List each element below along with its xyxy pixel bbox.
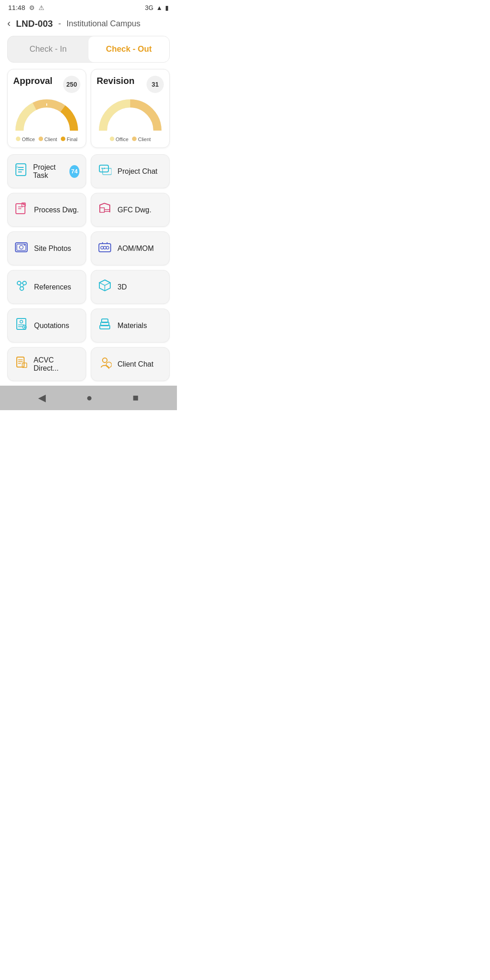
- approval-count: 250: [63, 76, 80, 93]
- svg-point-8: [102, 168, 103, 169]
- revision-card: Revision 31 Office Client: [91, 69, 170, 148]
- svg-point-25: [106, 246, 109, 249]
- process-dwg-icon: [14, 201, 29, 218]
- revision-count: 31: [147, 76, 164, 93]
- gfc-dwg-label: GFC Dwg.: [118, 206, 152, 214]
- materials-button[interactable]: Materials: [91, 309, 170, 343]
- svg-point-54: [103, 358, 107, 363]
- nav-recent-icon[interactable]: ■: [132, 392, 138, 404]
- materials-icon: [98, 317, 112, 334]
- project-chat-icon: [98, 163, 112, 180]
- svg-rect-15: [100, 208, 104, 212]
- check-in-button[interactable]: Check - In: [8, 36, 88, 62]
- 3d-label: 3D: [118, 283, 127, 291]
- references-button[interactable]: References: [7, 270, 86, 304]
- project-task-badge: 74: [69, 165, 79, 178]
- revision-legend-office: Office: [116, 137, 129, 142]
- nav-home-icon[interactable]: ●: [86, 392, 92, 404]
- svg-rect-5: [15, 166, 18, 168]
- project-name-separator: -: [58, 19, 61, 29]
- svg-point-55: [106, 362, 112, 368]
- stats-row: Approval 250 Office Client Final: [7, 69, 170, 148]
- status-time: 11:48: [8, 4, 25, 11]
- gear-icon: ⚙: [29, 4, 35, 11]
- acvc-direct-label: ACVC Direct...: [34, 356, 79, 372]
- client-chat-icon: [98, 356, 112, 372]
- aom-mom-button[interactable]: AOM/MOM: [91, 231, 170, 265]
- approval-legend-client: Client: [44, 137, 57, 142]
- project-task-button[interactable]: Project Task 74: [7, 154, 86, 188]
- site-photos-button[interactable]: Site Photos: [7, 231, 86, 265]
- status-bar: 11:48 ⚙ ⚠ 3G ▲ ▮: [0, 0, 177, 13]
- svg-line-37: [105, 283, 110, 285]
- approval-legend-office: Office: [22, 137, 35, 142]
- approval-card: Approval 250 Office Client Final: [7, 69, 86, 148]
- revision-title: Revision: [97, 76, 134, 86]
- svg-marker-35: [99, 280, 110, 285]
- grid-buttons: Project Task 74 Project Chat Process Dw: [7, 154, 170, 381]
- client-chat-label: Client Chat: [118, 360, 153, 368]
- header: ‹ LND-003 - Institutional Campus: [0, 13, 177, 36]
- quotations-button[interactable]: Quotations: [7, 309, 86, 343]
- approval-legend-final: Final: [67, 137, 78, 142]
- approval-title: Approval: [13, 76, 53, 86]
- quotations-label: Quotations: [34, 322, 69, 330]
- client-chat-button[interactable]: Client Chat: [91, 347, 170, 381]
- approval-gauge: [13, 97, 80, 133]
- back-button[interactable]: ‹: [7, 18, 10, 29]
- process-dwg-label: Process Dwg.: [34, 206, 79, 214]
- materials-label: Materials: [118, 322, 147, 330]
- aom-mom-label: AOM/MOM: [118, 245, 154, 253]
- alert-icon: ⚠: [39, 4, 44, 11]
- revision-gauge: [97, 97, 164, 133]
- svg-line-38: [99, 283, 105, 285]
- acvc-icon: [14, 356, 28, 372]
- process-dwg-button[interactable]: Process Dwg.: [7, 193, 86, 227]
- svg-point-30: [20, 287, 24, 290]
- svg-point-21: [24, 245, 25, 246]
- references-label: References: [34, 283, 71, 291]
- checkin-row: Check - In Check - Out: [7, 36, 170, 63]
- revision-legend: Office Client: [97, 137, 164, 142]
- quotations-icon: [14, 317, 29, 334]
- site-photos-icon: [14, 240, 29, 257]
- references-icon: [14, 279, 29, 295]
- aom-mom-icon: [98, 240, 112, 257]
- battery-icon: ▮: [165, 4, 169, 11]
- svg-point-20: [20, 245, 23, 249]
- project-name: Institutional Campus: [66, 19, 140, 29]
- svg-point-29: [23, 281, 26, 285]
- 3d-button[interactable]: 3D: [91, 270, 170, 304]
- nav-back-icon[interactable]: ◀: [38, 392, 46, 404]
- bottom-nav: ◀ ● ■: [0, 386, 177, 410]
- signal-icon: ▲: [156, 4, 162, 11]
- approval-legend: Office Client Final: [13, 137, 80, 142]
- svg-point-23: [101, 246, 103, 249]
- acvc-direct-button[interactable]: ACVC Direct...: [7, 347, 86, 381]
- check-out-button[interactable]: Check - Out: [88, 36, 169, 62]
- network-label: 3G: [145, 4, 153, 11]
- revision-legend-client: Client: [138, 137, 151, 142]
- svg-point-9: [104, 168, 105, 169]
- project-chat-button[interactable]: Project Chat: [91, 154, 170, 188]
- task-icon: [14, 163, 28, 180]
- gfc-dwg-button[interactable]: GFC Dwg.: [91, 193, 170, 227]
- gfc-dwg-icon: [98, 201, 112, 218]
- 3d-icon: [98, 279, 112, 295]
- svg-point-24: [103, 246, 106, 249]
- project-task-label: Project Task: [33, 163, 64, 180]
- svg-point-28: [17, 281, 21, 285]
- project-chat-label: Project Chat: [118, 167, 157, 176]
- project-code: LND-003: [16, 19, 53, 29]
- svg-point-40: [20, 320, 23, 323]
- svg-rect-49: [17, 357, 24, 367]
- site-photos-label: Site Photos: [34, 245, 71, 253]
